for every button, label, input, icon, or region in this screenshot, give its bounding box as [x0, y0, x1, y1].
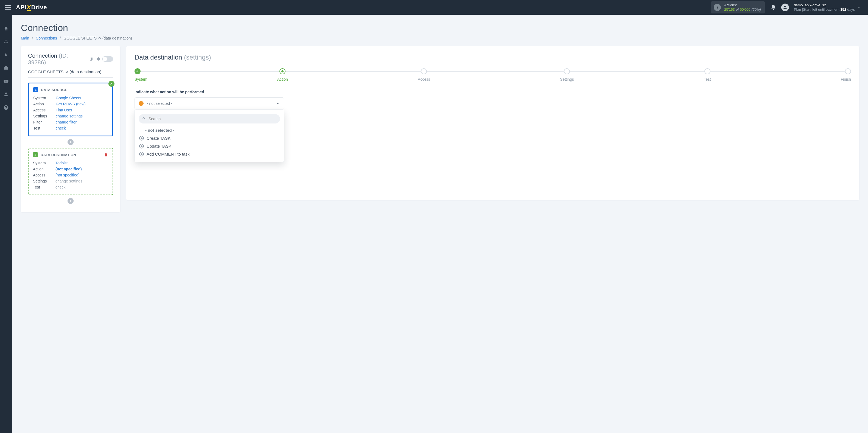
connection-toggle[interactable] — [102, 56, 113, 62]
stepper: SystemActionAccessSettingsTestFinish — [134, 68, 851, 81]
kv-label: System — [33, 161, 56, 165]
kv-value[interactable]: Tina User — [56, 108, 72, 112]
step-system[interactable]: System — [134, 68, 147, 81]
kv-label: System — [33, 96, 56, 100]
kv-label: Test — [33, 185, 56, 189]
actions-total: 50'000 — [740, 7, 750, 11]
info-icon: i — [714, 4, 721, 11]
warning-icon: ! — [138, 101, 144, 106]
actions-of: of — [736, 7, 739, 11]
actions-label: Actions: — [724, 3, 761, 7]
user-icon[interactable] — [3, 92, 9, 97]
add-destination-button[interactable]: + — [67, 198, 73, 204]
kv-label: Settings — [33, 114, 56, 118]
step-label: Settings — [560, 77, 574, 81]
kv-value[interactable]: change filter — [56, 120, 76, 124]
step-label: Access — [418, 77, 430, 81]
chevron-down-icon[interactable] — [855, 5, 863, 10]
kv-label: Action — [33, 102, 56, 106]
option-not-selected[interactable]: - not selected - — [138, 126, 280, 134]
kv-label: Filter — [33, 120, 56, 124]
kv-value[interactable]: Google Sheets — [56, 96, 81, 100]
option-label: Add COMMENT to task — [147, 152, 189, 157]
option-item[interactable]: Add COMMENT to task — [138, 150, 280, 158]
user-name: demo_apix-drive_s2 — [794, 3, 855, 7]
kv-value: check — [56, 185, 66, 189]
chevron-up-icon — [276, 101, 280, 106]
gear-icon[interactable] — [96, 57, 100, 61]
kv-label: Settings — [33, 179, 56, 183]
bell-icon[interactable] — [770, 4, 776, 10]
option-item[interactable]: Create TASK — [138, 134, 280, 142]
settings-card: Data destination (settings) SystemAction… — [126, 46, 859, 200]
kv-value[interactable]: Get ROWS (new) — [56, 102, 86, 106]
copy-icon[interactable] — [89, 57, 94, 61]
option-item[interactable]: Update TASK — [138, 142, 280, 150]
action-select-head[interactable]: ! - not selected - — [134, 97, 284, 109]
step-label: Test — [704, 77, 711, 81]
step-finish[interactable]: Finish — [841, 68, 851, 81]
badge-1: 1 — [33, 87, 38, 92]
logo[interactable]: APIXDrive — [16, 4, 47, 11]
kv-value[interactable]: change settings — [56, 114, 83, 118]
dollar-icon[interactable] — [3, 52, 9, 58]
help-icon[interactable] — [3, 105, 9, 110]
step-action[interactable]: Action — [277, 68, 288, 81]
add-source-button[interactable]: + — [67, 139, 73, 145]
home-icon[interactable] — [3, 26, 9, 31]
play-icon — [139, 152, 144, 157]
menu-toggle[interactable] — [5, 5, 11, 10]
play-icon — [139, 136, 144, 140]
option-label: Update TASK — [147, 144, 171, 148]
trash-icon[interactable] — [104, 153, 108, 157]
play-icon — [139, 144, 144, 148]
user-block[interactable]: demo_apix-drive_s2 Plan |Start| left unt… — [794, 3, 855, 12]
sitemap-icon[interactable] — [3, 39, 9, 44]
data-source-block[interactable]: ✓ 1 DATA SOURCE SystemGoogle SheetsActio… — [28, 82, 113, 136]
step-label: Action — [277, 77, 288, 81]
search-icon — [142, 116, 146, 121]
kv-value[interactable]: (not specified) — [56, 167, 82, 171]
breadcrumb-connections[interactable]: Connections — [36, 36, 57, 40]
data-destination-title: DATA DESTINATION — [41, 153, 76, 157]
actions-summary[interactable]: i Actions: 25'163 of 50'000 (50%) — [711, 1, 765, 14]
action-form-label: Indicate what action will be performed — [134, 90, 851, 94]
kv-value[interactable]: Todoist — [56, 161, 67, 165]
kv-label: Action — [33, 167, 56, 171]
kv-label: Test — [33, 126, 56, 130]
step-label: Finish — [841, 77, 851, 81]
kv-value[interactable]: (not specified) — [56, 173, 80, 177]
action-search-input[interactable] — [138, 114, 280, 124]
user-plan: Plan |Start| left until payment 352 days — [794, 7, 855, 12]
page-title: Connection — [21, 23, 859, 33]
option-label: Create TASK — [147, 136, 170, 140]
breadcrumb-current: GOOGLE SHEETS -> (data destination) — [64, 36, 132, 40]
actions-pct: (50%) — [751, 7, 761, 11]
badge-2: 2 — [33, 152, 38, 157]
action-select: ! - not selected - - not selected -Creat… — [134, 97, 284, 109]
kv-label: Access — [33, 173, 56, 177]
data-destination-block[interactable]: 2 DATA DESTINATION SystemTodoistAction(n… — [28, 148, 113, 195]
check-icon: ✓ — [108, 81, 115, 87]
briefcase-icon[interactable] — [3, 65, 9, 71]
step-label: System — [134, 77, 147, 81]
sidebar — [0, 15, 12, 433]
youtube-icon[interactable] — [3, 78, 9, 84]
step-access[interactable]: Access — [418, 68, 430, 81]
step-test[interactable]: Test — [704, 68, 711, 81]
data-source-title: DATA SOURCE — [41, 88, 67, 92]
connection-title: Connection — [28, 53, 57, 59]
settings-title: Data destination (settings) — [134, 54, 851, 61]
action-selected: - not selected - — [147, 101, 173, 106]
action-dropdown: - not selected -Create TASKUpdate TASKAd… — [134, 110, 284, 162]
kv-value[interactable]: check — [56, 126, 66, 130]
breadcrumb: Main / Connections / GOOGLE SHEETS -> (d… — [21, 36, 859, 40]
step-settings[interactable]: Settings — [560, 68, 574, 81]
connection-card: Connection (ID: 39286) GOOGLE SHEETS -> … — [21, 46, 120, 212]
breadcrumb-main[interactable]: Main — [21, 36, 29, 40]
connection-name: GOOGLE SHEETS -> (data destination) — [28, 69, 113, 78]
kv-value: change settings — [56, 179, 82, 183]
actions-used: 25'163 — [724, 7, 735, 11]
topbar: APIXDrive i Actions: 25'163 of 50'000 (5… — [0, 0, 868, 15]
user-avatar-icon[interactable] — [781, 4, 789, 11]
